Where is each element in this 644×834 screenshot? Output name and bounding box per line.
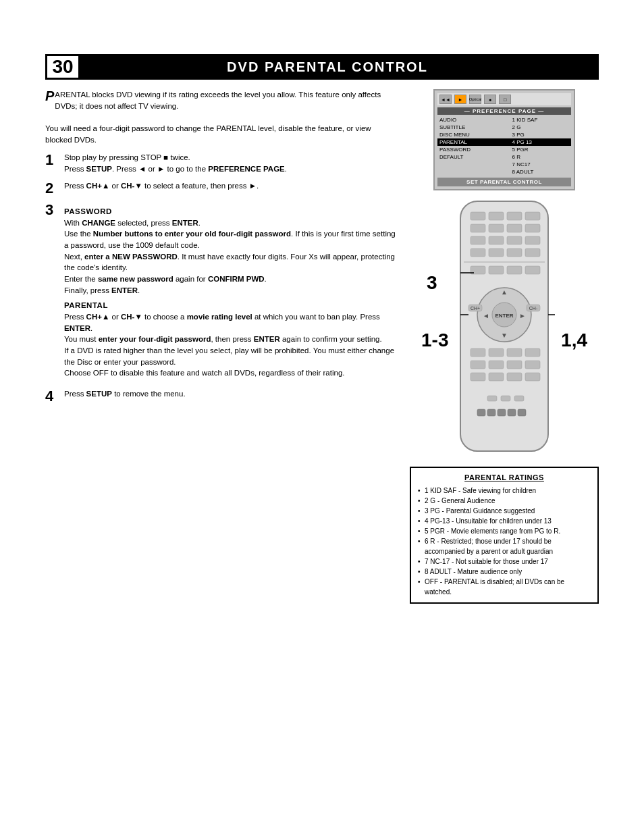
svg-rect-36 <box>525 348 540 357</box>
list-item: OFF - PARENTAL is disabled; all DVDs can… <box>418 577 591 597</box>
svg-rect-8 <box>525 224 540 232</box>
svg-text:ENTER: ENTER <box>495 313 513 319</box>
step-3-number: 3 <box>45 202 60 383</box>
remote-wrapper: 3 1-3 1,4 <box>440 200 568 459</box>
pref-row-nc17: 7 NC17 <box>437 161 571 168</box>
intro-paragraph: PARENTAL blocks DVD viewing if its ratin… <box>45 89 398 145</box>
step-label-3: 3 <box>427 272 437 294</box>
pref-value-parental: 4 PG 13 <box>510 138 571 146</box>
step-3-parental-title: Parental <box>64 300 398 311</box>
step-3: 3 Password With CHANGE selected, press E… <box>45 202 398 383</box>
pref-row-adult: 8 ADULT <box>437 168 571 176</box>
bottom-spacer <box>45 461 398 604</box>
svg-rect-39 <box>507 361 522 369</box>
svg-text:CH+: CH+ <box>471 306 480 311</box>
pref-label-default: DEFAULT <box>437 153 510 161</box>
step-4: 4 Press SETUP to remove the menu. <box>45 388 398 405</box>
svg-rect-48 <box>477 409 485 416</box>
svg-text:◄: ◄ <box>483 312 489 319</box>
pref-value-subtitle: 2 G <box>510 124 571 131</box>
svg-rect-2 <box>489 212 504 220</box>
ratings-box-container: Parental Ratings 1 KID SAF - Safe viewin… <box>410 461 599 604</box>
svg-rect-52 <box>518 409 526 416</box>
svg-rect-15 <box>507 249 522 257</box>
ratings-list: 1 KID SAF - Safe viewing for children 2 … <box>418 486 591 597</box>
pref-page-header: — PREFERENCE PAGE — <box>437 107 571 115</box>
pref-value-nc17: 7 NC17 <box>510 161 571 168</box>
step-3-password-section: Password With CHANGE selected, press ENT… <box>64 206 398 296</box>
content-area: 30 DVD Parental Control PARENTAL blocks … <box>45 54 599 604</box>
tv-icon-5: □ <box>499 95 511 104</box>
list-item: 2 G - General Audience <box>418 496 591 506</box>
pref-row-disc-menu: DISC MENU 3 PG <box>437 131 571 138</box>
svg-rect-21 <box>525 266 540 274</box>
pref-label-audio: AUDIO <box>437 116 510 124</box>
step-4-content: Press SETUP to remove the menu. <box>64 388 398 405</box>
step-1: 1 Stop play by pressing STOP ■ twice. Pr… <box>45 152 398 174</box>
pref-value-disc-menu: 3 PG <box>510 131 571 138</box>
svg-rect-45 <box>487 396 497 401</box>
right-column: ◄◄ ► Optical ● □ — PREFERENCE PAGE — AUD… <box>410 89 599 459</box>
tv-icons-row: ◄◄ ► Optical ● □ <box>437 93 571 105</box>
svg-rect-40 <box>525 361 540 369</box>
tv-icon-1: ◄◄ <box>439 95 452 104</box>
step-2-content: Press CH+▲ or CH-▼ to select a feature, … <box>64 180 398 197</box>
svg-rect-49 <box>487 409 495 416</box>
svg-rect-51 <box>508 409 516 416</box>
svg-rect-33 <box>471 348 485 357</box>
svg-rect-41 <box>471 373 485 381</box>
svg-text:CH-: CH- <box>529 306 538 311</box>
step-3-parental-section: Parental Press CH+▲ or CH-▼ to choose a … <box>64 300 398 379</box>
svg-rect-6 <box>489 224 504 232</box>
pref-value-adult: 8 ADULT <box>510 168 571 176</box>
svg-rect-35 <box>507 348 522 357</box>
svg-rect-1 <box>471 212 485 220</box>
list-item: 4 PG-13 - Unsuitable for children under … <box>418 516 591 526</box>
svg-rect-20 <box>507 266 522 274</box>
set-parental-button: SET PARENTAL CONTROL <box>437 178 571 186</box>
step-1-number: 1 <box>45 152 60 174</box>
svg-rect-11 <box>507 236 522 244</box>
svg-rect-46 <box>501 396 510 401</box>
step-label-14: 1,4 <box>561 330 587 351</box>
pref-label-nc17 <box>437 161 510 168</box>
svg-rect-43 <box>507 373 522 381</box>
svg-rect-37 <box>471 361 485 369</box>
svg-rect-44 <box>525 373 540 381</box>
page-title: DVD Parental Control <box>80 59 599 75</box>
svg-rect-34 <box>489 348 504 357</box>
drop-letter: P <box>45 89 54 103</box>
svg-rect-13 <box>471 249 485 257</box>
svg-rect-3 <box>507 212 522 220</box>
intro-note: You will need a four-digit password to c… <box>45 124 371 144</box>
svg-text:▲: ▲ <box>501 288 508 296</box>
pref-row-password: PASSWORD 5 PGR <box>437 146 571 153</box>
svg-text:►: ► <box>519 312 526 319</box>
title-text: DVD Parental Control <box>227 59 428 74</box>
svg-rect-12 <box>525 236 540 244</box>
tv-icon-4: ● <box>484 95 496 104</box>
pref-value-audio: 1 KID SAF <box>510 116 571 124</box>
tv-screen: ◄◄ ► Optical ● □ — PREFERENCE PAGE — AUD… <box>433 89 575 190</box>
list-item: 1 KID SAF - Safe viewing for children <box>418 486 591 496</box>
step-2: 2 Press CH+▲ or CH-▼ to select a feature… <box>45 180 398 197</box>
step-3-password-title: Password <box>64 206 398 217</box>
header-bar: 30 DVD Parental Control <box>45 54 599 80</box>
step-4-number: 4 <box>45 388 60 405</box>
svg-rect-7 <box>507 224 522 232</box>
pref-value-default: 6 R <box>510 153 571 161</box>
page: 30 DVD Parental Control PARENTAL blocks … <box>0 0 644 834</box>
svg-rect-4 <box>525 212 540 220</box>
step-3-content: Password With CHANGE selected, press ENT… <box>64 202 398 383</box>
left-column: PARENTAL blocks DVD viewing if its ratin… <box>45 89 398 459</box>
svg-rect-14 <box>489 249 504 257</box>
pref-row-parental: PARENTAL 4 PG 13 <box>437 138 571 146</box>
list-item: 5 PGR - Movie elements range from PG to … <box>418 526 591 536</box>
tv-icon-2: ► <box>454 95 466 104</box>
svg-rect-47 <box>514 396 524 401</box>
step-2-number: 2 <box>45 180 60 197</box>
remote-svg: ▲ ▼ ◄ ► ENTER CH+ CH- <box>440 200 568 459</box>
pref-label-password: PASSWORD <box>437 146 510 153</box>
pref-row-audio: AUDIO 1 KID SAF <box>437 116 571 124</box>
list-item: 3 PG - Parental Guidance suggested <box>418 506 591 516</box>
